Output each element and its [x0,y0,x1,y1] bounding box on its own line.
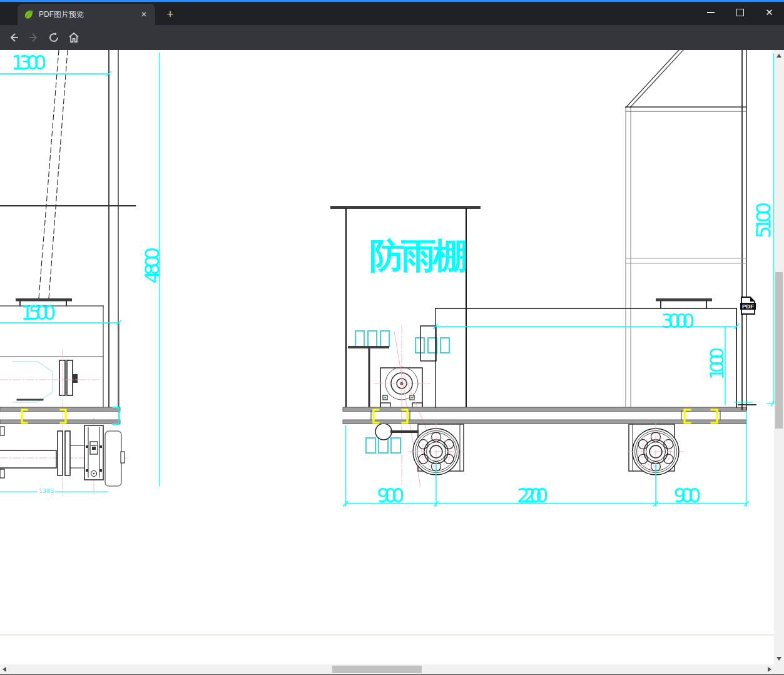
cad-drawing: 1300 4800 1500 1385 [0,50,774,664]
vertical-scrollbar[interactable] [774,50,784,664]
browser-window: PDF图片预览 ✕ + ✕ localhost:8012/onlinePrevi… [0,0,784,675]
svg-text:900: 900 [377,484,404,507]
toolbar: localhost:8012/onlinePreview?url=http%3A… [0,25,784,50]
close-button[interactable]: ✕ [755,0,784,25]
svg-text:1300: 1300 [11,51,46,74]
cad-right-dimensions: 3000 1000 5100 [433,53,774,406]
home-button[interactable] [65,29,83,46]
back-button[interactable] [5,29,23,46]
scroll-down-arrow[interactable] [774,654,784,664]
scroll-right-arrow[interactable] [763,664,774,674]
pdf-download-button[interactable]: PDF [740,297,756,314]
cad-left-view [0,50,135,495]
svg-text:1000: 1000 [706,347,728,380]
window-controls: ✕ [696,0,784,25]
svg-text:2200: 2200 [517,484,548,507]
scrollbar-corner [774,664,784,674]
forward-button[interactable] [25,29,43,46]
svg-text:1500: 1500 [21,301,56,325]
page-content: 1300 4800 1500 1385 [0,50,774,664]
new-tab-button[interactable]: + [163,7,178,22]
tab-close-icon[interactable]: ✕ [139,9,149,19]
scroll-up-arrow[interactable] [774,50,784,61]
svg-text:5100: 5100 [751,202,774,238]
reload-button[interactable] [45,29,63,46]
svg-text:900: 900 [673,484,701,507]
tab-strip: PDF图片预览 ✕ + ✕ [0,2,784,25]
vertical-scroll-thumb[interactable] [775,272,783,429]
svg-text:1385: 1385 [39,488,54,494]
scroll-left-arrow[interactable] [0,664,11,674]
svg-text:3000: 3000 [661,309,695,333]
cad-left-dimensions: 1300 4800 1500 1385 [0,51,164,494]
svg-text:PDF: PDF [742,303,754,310]
spring-favicon [24,9,34,19]
shelter-label: 防雨棚 [369,235,468,276]
maximize-button[interactable] [725,0,755,25]
svg-text:4800: 4800 [140,247,164,283]
horizontal-scrollbar[interactable] [0,664,774,674]
horizontal-scroll-thumb[interactable] [332,666,422,673]
browser-tab[interactable]: PDF图片预览 ✕ [18,4,155,25]
minimize-button[interactable] [696,0,725,25]
cad-bottom-dimensions: 900 2200 900 [343,412,749,507]
tab-title: PDF图片预览 [39,9,139,20]
